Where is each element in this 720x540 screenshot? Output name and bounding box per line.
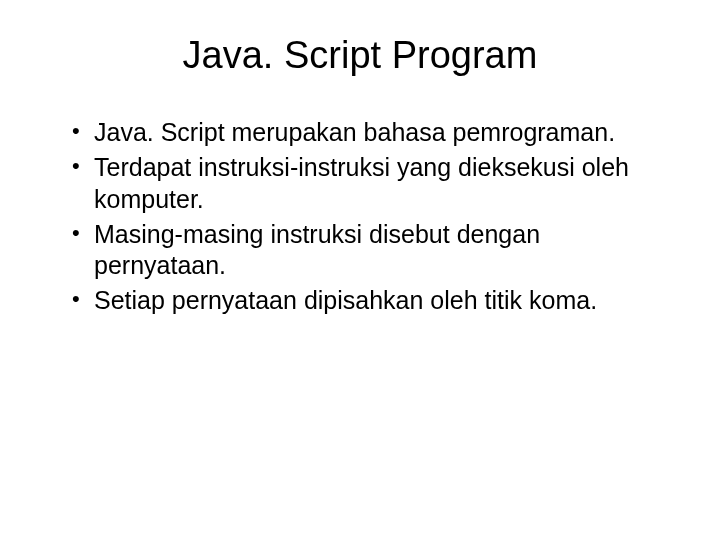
list-item: Setiap pernyataan dipisahkan oleh titik … — [76, 285, 670, 316]
list-item: Masing-masing instruksi disebut dengan p… — [76, 219, 670, 282]
list-item: Terdapat instruksi-instruksi yang diekse… — [76, 152, 670, 215]
list-item: Java. Script merupakan bahasa pemrograma… — [76, 117, 670, 148]
bullet-list: Java. Script merupakan bahasa pemrograma… — [50, 117, 670, 317]
slide-title: Java. Script Program — [50, 34, 670, 77]
